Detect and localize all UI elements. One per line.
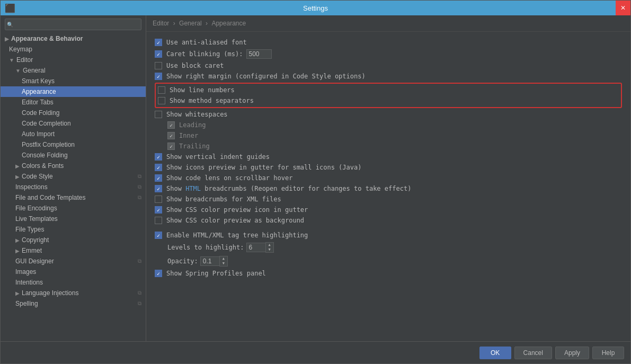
sidebar-item-label: Colors & Fonts bbox=[22, 162, 64, 170]
window-title: Settings bbox=[303, 4, 328, 12]
opacity-down-btn[interactable]: ▼ bbox=[220, 261, 227, 266]
sidebar-item-label: Intentions bbox=[15, 279, 43, 286]
sidebar-item-editor-tabs[interactable]: Editor Tabs bbox=[1, 97, 146, 108]
checkbox-caret-blinking[interactable] bbox=[155, 50, 162, 58]
label-right-margin: Show right margin (configured in Code St… bbox=[166, 73, 366, 80]
expand-arrow: ▶ bbox=[15, 237, 20, 243]
sidebar-item-console-folding[interactable]: Console Folding bbox=[1, 150, 146, 161]
sidebar-item-label: Appearance & Behavior bbox=[11, 35, 83, 42]
sidebar-item-live-templates[interactable]: Live Templates bbox=[1, 214, 146, 224]
sidebar-item-smart-keys[interactable]: Smart Keys bbox=[1, 76, 146, 86]
label-block-caret: Use block caret bbox=[166, 62, 224, 69]
sidebar-item-label: Images bbox=[15, 268, 36, 276]
setting-breadcrumbs-xml: Show breadcrumbs for XML files bbox=[155, 194, 622, 205]
sidebar-item-label: Language Injections bbox=[22, 289, 78, 297]
close-button[interactable]: ✕ bbox=[616, 1, 630, 15]
setting-levels: Levels to highlight: ▲ ▼ bbox=[155, 241, 622, 254]
checkbox-leading[interactable] bbox=[167, 121, 175, 129]
setting-whitespaces: Show whitespaces bbox=[155, 109, 622, 120]
sidebar-item-language-injections[interactable]: ▶ Language Injections ⧉ bbox=[1, 288, 146, 298]
sidebar-item-appearance[interactable]: Appearance bbox=[1, 86, 146, 97]
sidebar-item-appearance-behavior[interactable]: ▶ Appearance & Behavior bbox=[1, 33, 146, 44]
copy-icon: ⧉ bbox=[138, 258, 141, 264]
sidebar-item-keymap[interactable]: Keymap bbox=[1, 44, 146, 55]
sidebar-item-code-style[interactable]: ▶ Code Style ⧉ bbox=[1, 171, 146, 182]
sidebar-item-editor[interactable]: ▼ Editor bbox=[1, 55, 146, 65]
levels-up-btn[interactable]: ▲ bbox=[266, 243, 273, 247]
checkbox-inner[interactable] bbox=[167, 132, 175, 139]
checkbox-html-breadcrumbs[interactable] bbox=[155, 185, 162, 192]
checkbox-whitespaces[interactable] bbox=[155, 111, 162, 118]
setting-css-color-icon: Show CSS color preview icon in gutter bbox=[155, 205, 622, 215]
checkbox-block-caret[interactable] bbox=[155, 62, 162, 69]
sidebar-item-code-folding[interactable]: Code Folding bbox=[1, 108, 146, 118]
setting-anti-aliased: Use anti-aliased font bbox=[155, 37, 622, 48]
sidebar-item-general[interactable]: ▼ General bbox=[1, 65, 146, 76]
opacity-up-btn[interactable]: ▲ bbox=[220, 256, 227, 261]
checkbox-breadcrumbs-xml[interactable] bbox=[155, 196, 162, 203]
help-button[interactable]: Help bbox=[592, 347, 624, 359]
sidebar-item-copyright[interactable]: ▶ Copyright bbox=[1, 235, 146, 245]
label-line-numbers: Show line numbers bbox=[170, 86, 235, 94]
cancel-button[interactable]: Cancel bbox=[514, 347, 552, 359]
sidebar-item-gui-designer[interactable]: GUI Designer ⧉ bbox=[1, 256, 146, 267]
apply-button[interactable]: Apply bbox=[555, 347, 589, 359]
checkbox-method-separators[interactable] bbox=[158, 97, 165, 104]
checkbox-spring-profiles[interactable] bbox=[155, 270, 162, 277]
bottom-bar: OK Cancel Apply Help bbox=[1, 341, 630, 363]
levels-down-btn[interactable]: ▼ bbox=[266, 247, 273, 252]
checkbox-icons-preview[interactable] bbox=[155, 164, 162, 171]
checkbox-trailing[interactable] bbox=[167, 143, 175, 150]
app-icon: ⬛ bbox=[5, 3, 15, 13]
checkbox-vertical-indent[interactable] bbox=[155, 153, 162, 161]
sidebar-item-inspections[interactable]: Inspections ⧉ bbox=[1, 182, 146, 192]
caret-blinking-input[interactable] bbox=[246, 49, 272, 59]
setting-html-breadcrumbs: Show HTML breadcrumbs (Reopen editor for… bbox=[155, 183, 622, 194]
label-spring-profiles: Show Spring Profiles panel bbox=[166, 270, 266, 277]
sidebar-item-emmet[interactable]: ▶ Emmet bbox=[1, 245, 146, 256]
ok-button[interactable]: OK bbox=[479, 347, 511, 359]
copy-icon: ⧉ bbox=[138, 194, 141, 201]
sidebar-item-label: Editor Tabs bbox=[22, 99, 54, 106]
sidebar-item-spelling[interactable]: Spelling ⧉ bbox=[1, 298, 146, 309]
sidebar-item-label: File Types bbox=[15, 226, 44, 233]
levels-spinner: ▲ ▼ bbox=[246, 242, 274, 253]
sidebar-item-intentions[interactable]: Intentions bbox=[1, 277, 146, 288]
checkbox-code-lens[interactable] bbox=[155, 174, 162, 182]
sidebar-item-label: Code Folding bbox=[22, 109, 59, 117]
sidebar-item-code-completion[interactable]: Code Completion bbox=[1, 118, 146, 129]
sidebar-item-images[interactable]: Images bbox=[1, 267, 146, 277]
sidebar-item-label: Live Templates bbox=[15, 215, 58, 223]
label-code-lens: Show code lens on scrollbar hover bbox=[166, 174, 292, 182]
sidebar-item-postfix-completion[interactable]: Postfix Completion bbox=[1, 139, 146, 150]
checkbox-tag-tree[interactable] bbox=[155, 232, 162, 239]
sidebar-item-file-encodings[interactable]: File Encodings bbox=[1, 203, 146, 214]
expand-arrow: ▼ bbox=[15, 68, 21, 74]
sidebar-item-auto-import[interactable]: Auto Import bbox=[1, 129, 146, 139]
setting-method-separators: Show method separators bbox=[158, 95, 619, 106]
expand-arrow: ▶ bbox=[15, 290, 20, 296]
label-css-color-icon: Show CSS color preview icon in gutter bbox=[166, 206, 308, 214]
checkbox-css-color-bg[interactable] bbox=[155, 217, 162, 224]
checkbox-css-color-icon[interactable] bbox=[155, 206, 162, 214]
checkbox-line-numbers[interactable] bbox=[158, 86, 165, 94]
search-input[interactable] bbox=[5, 19, 141, 30]
setting-code-lens: Show code lens on scrollbar hover bbox=[155, 173, 622, 183]
label-method-separators: Show method separators bbox=[170, 97, 254, 104]
label-caret-blinking: Caret blinking (ms): bbox=[166, 50, 243, 58]
label-tag-tree: Enable HTML/XML tag tree highlighting bbox=[166, 232, 308, 239]
opacity-input[interactable] bbox=[200, 256, 219, 266]
sidebar-item-file-types[interactable]: File Types bbox=[1, 224, 146, 235]
levels-input[interactable] bbox=[246, 243, 265, 252]
content-area: ▶ Appearance & Behavior Keymap ▼ Editor … bbox=[1, 15, 630, 341]
checkbox-right-margin[interactable] bbox=[155, 73, 162, 80]
sidebar-item-file-code-templates[interactable]: File and Code Templates ⧉ bbox=[1, 192, 146, 203]
sidebar-item-colors-fonts[interactable]: ▶ Colors & Fonts bbox=[1, 161, 146, 171]
sidebar-item-label: File Encodings bbox=[15, 205, 57, 212]
label-whitespaces: Show whitespaces bbox=[166, 111, 228, 118]
tree-container: ▶ Appearance & Behavior Keymap ▼ Editor … bbox=[1, 33, 146, 341]
checkbox-anti-aliased[interactable] bbox=[155, 39, 162, 46]
sidebar-item-label: Inspections bbox=[15, 183, 48, 191]
label-vertical-indent: Show vertical indent guides bbox=[166, 153, 270, 161]
copy-icon: ⧉ bbox=[138, 184, 141, 190]
